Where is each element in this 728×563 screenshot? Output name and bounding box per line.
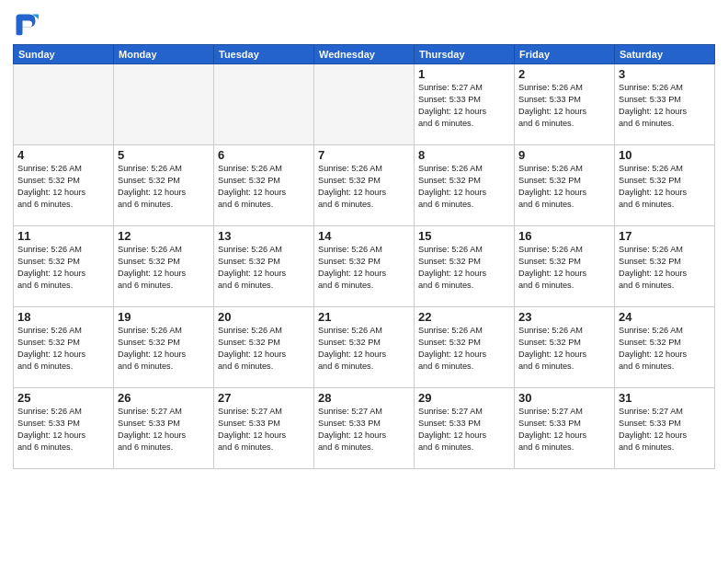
calendar-day-cell: 3Sunrise: 5:26 AM Sunset: 5:33 PM Daylig…	[615, 64, 715, 145]
calendar-day-cell: 24Sunrise: 5:26 AM Sunset: 5:32 PM Dayli…	[615, 307, 715, 388]
day-info: Sunrise: 5:26 AM Sunset: 5:32 PM Dayligh…	[118, 325, 210, 373]
day-number: 27	[218, 391, 310, 405]
day-number: 18	[17, 310, 109, 324]
day-info: Sunrise: 5:26 AM Sunset: 5:32 PM Dayligh…	[619, 163, 711, 211]
calendar-page: SundayMondayTuesdayWednesdayThursdayFrid…	[0, 0, 728, 563]
calendar-day-cell: 12Sunrise: 5:26 AM Sunset: 5:32 PM Dayli…	[114, 226, 214, 307]
day-number: 9	[518, 148, 610, 162]
day-number: 15	[418, 229, 510, 243]
calendar-day-cell: 16Sunrise: 5:26 AM Sunset: 5:32 PM Dayli…	[515, 226, 615, 307]
day-number: 2	[518, 67, 610, 81]
day-number: 30	[518, 391, 610, 405]
day-number: 8	[418, 148, 510, 162]
weekday-header-row: SundayMondayTuesdayWednesdayThursdayFrid…	[14, 45, 715, 64]
day-info: Sunrise: 5:26 AM Sunset: 5:32 PM Dayligh…	[518, 244, 610, 292]
calendar-day-cell: 25Sunrise: 5:26 AM Sunset: 5:33 PM Dayli…	[14, 388, 114, 469]
weekday-header-monday: Monday	[114, 45, 214, 64]
weekday-header-tuesday: Tuesday	[214, 45, 314, 64]
day-info: Sunrise: 5:26 AM Sunset: 5:32 PM Dayligh…	[17, 244, 109, 292]
calendar-day-cell: 15Sunrise: 5:26 AM Sunset: 5:32 PM Dayli…	[415, 226, 515, 307]
calendar-day-cell: 27Sunrise: 5:27 AM Sunset: 5:33 PM Dayli…	[214, 388, 314, 469]
calendar-week-row: 1Sunrise: 5:27 AM Sunset: 5:33 PM Daylig…	[14, 64, 715, 145]
day-number: 23	[518, 310, 610, 324]
day-info: Sunrise: 5:26 AM Sunset: 5:32 PM Dayligh…	[418, 325, 510, 373]
calendar-day-cell: 28Sunrise: 5:27 AM Sunset: 5:33 PM Dayli…	[314, 388, 415, 469]
day-number: 31	[619, 391, 711, 405]
day-number: 13	[218, 229, 310, 243]
day-number: 20	[218, 310, 310, 324]
calendar-day-cell: 23Sunrise: 5:26 AM Sunset: 5:32 PM Dayli…	[515, 307, 615, 388]
calendar-week-row: 25Sunrise: 5:26 AM Sunset: 5:33 PM Dayli…	[14, 388, 715, 469]
day-number: 11	[17, 229, 109, 243]
day-number: 5	[118, 148, 210, 162]
day-number: 16	[518, 229, 610, 243]
day-number: 17	[619, 229, 711, 243]
day-info: Sunrise: 5:27 AM Sunset: 5:33 PM Dayligh…	[518, 406, 610, 454]
calendar-day-cell: 11Sunrise: 5:26 AM Sunset: 5:32 PM Dayli…	[14, 226, 114, 307]
calendar-day-cell: 6Sunrise: 5:26 AM Sunset: 5:32 PM Daylig…	[214, 145, 314, 226]
calendar-day-cell: 18Sunrise: 5:26 AM Sunset: 5:32 PM Dayli…	[14, 307, 114, 388]
day-number: 19	[118, 310, 210, 324]
day-number: 4	[17, 148, 109, 162]
day-number: 21	[318, 310, 410, 324]
calendar-day-cell: 19Sunrise: 5:26 AM Sunset: 5:32 PM Dayli…	[114, 307, 214, 388]
calendar-day-cell: 21Sunrise: 5:26 AM Sunset: 5:32 PM Dayli…	[314, 307, 415, 388]
calendar-day-cell: 30Sunrise: 5:27 AM Sunset: 5:33 PM Dayli…	[515, 388, 615, 469]
day-number: 10	[619, 148, 711, 162]
weekday-header-wednesday: Wednesday	[314, 45, 415, 64]
calendar-week-row: 4Sunrise: 5:26 AM Sunset: 5:32 PM Daylig…	[14, 145, 715, 226]
day-info: Sunrise: 5:26 AM Sunset: 5:33 PM Dayligh…	[619, 82, 711, 130]
calendar-day-cell: 1Sunrise: 5:27 AM Sunset: 5:33 PM Daylig…	[415, 64, 515, 145]
day-info: Sunrise: 5:26 AM Sunset: 5:32 PM Dayligh…	[17, 325, 109, 373]
day-number: 7	[318, 148, 410, 162]
day-info: Sunrise: 5:26 AM Sunset: 5:32 PM Dayligh…	[418, 163, 510, 211]
calendar-day-cell: 9Sunrise: 5:26 AM Sunset: 5:32 PM Daylig…	[515, 145, 615, 226]
page-header	[13, 11, 715, 37]
day-info: Sunrise: 5:26 AM Sunset: 5:32 PM Dayligh…	[118, 244, 210, 292]
calendar-day-cell: 5Sunrise: 5:26 AM Sunset: 5:32 PM Daylig…	[114, 145, 214, 226]
calendar-day-cell: 7Sunrise: 5:26 AM Sunset: 5:32 PM Daylig…	[314, 145, 415, 226]
day-info: Sunrise: 5:26 AM Sunset: 5:32 PM Dayligh…	[418, 244, 510, 292]
logo-icon	[13, 11, 39, 37]
day-info: Sunrise: 5:27 AM Sunset: 5:33 PM Dayligh…	[118, 406, 210, 454]
logo	[13, 11, 42, 37]
calendar-day-cell: 4Sunrise: 5:26 AM Sunset: 5:32 PM Daylig…	[14, 145, 114, 226]
calendar-week-row: 18Sunrise: 5:26 AM Sunset: 5:32 PM Dayli…	[14, 307, 715, 388]
day-info: Sunrise: 5:26 AM Sunset: 5:33 PM Dayligh…	[17, 406, 109, 454]
day-number: 29	[418, 391, 510, 405]
calendar-day-cell: 26Sunrise: 5:27 AM Sunset: 5:33 PM Dayli…	[114, 388, 214, 469]
calendar-day-cell: 8Sunrise: 5:26 AM Sunset: 5:32 PM Daylig…	[415, 145, 515, 226]
day-info: Sunrise: 5:27 AM Sunset: 5:33 PM Dayligh…	[318, 406, 410, 454]
day-number: 25	[17, 391, 109, 405]
day-info: Sunrise: 5:27 AM Sunset: 5:33 PM Dayligh…	[418, 82, 510, 130]
day-info: Sunrise: 5:26 AM Sunset: 5:32 PM Dayligh…	[619, 244, 711, 292]
day-number: 26	[118, 391, 210, 405]
calendar-header: SundayMondayTuesdayWednesdayThursdayFrid…	[14, 45, 715, 64]
calendar-day-cell: 13Sunrise: 5:26 AM Sunset: 5:32 PM Dayli…	[214, 226, 314, 307]
calendar-day-cell: 14Sunrise: 5:26 AM Sunset: 5:32 PM Dayli…	[314, 226, 415, 307]
day-info: Sunrise: 5:26 AM Sunset: 5:32 PM Dayligh…	[619, 325, 711, 373]
day-info: Sunrise: 5:26 AM Sunset: 5:32 PM Dayligh…	[318, 244, 410, 292]
weekday-header-friday: Friday	[515, 45, 615, 64]
day-number: 14	[318, 229, 410, 243]
day-info: Sunrise: 5:26 AM Sunset: 5:32 PM Dayligh…	[318, 325, 410, 373]
day-info: Sunrise: 5:27 AM Sunset: 5:33 PM Dayligh…	[418, 406, 510, 454]
day-info: Sunrise: 5:26 AM Sunset: 5:33 PM Dayligh…	[518, 82, 610, 130]
day-info: Sunrise: 5:27 AM Sunset: 5:33 PM Dayligh…	[218, 406, 310, 454]
weekday-header-thursday: Thursday	[415, 45, 515, 64]
day-number: 6	[218, 148, 310, 162]
calendar-day-cell	[14, 64, 114, 145]
day-info: Sunrise: 5:26 AM Sunset: 5:32 PM Dayligh…	[518, 163, 610, 211]
day-number: 24	[619, 310, 711, 324]
calendar-day-cell: 2Sunrise: 5:26 AM Sunset: 5:33 PM Daylig…	[515, 64, 615, 145]
day-number: 22	[418, 310, 510, 324]
day-info: Sunrise: 5:26 AM Sunset: 5:32 PM Dayligh…	[518, 325, 610, 373]
day-info: Sunrise: 5:26 AM Sunset: 5:32 PM Dayligh…	[118, 163, 210, 211]
calendar-day-cell: 31Sunrise: 5:27 AM Sunset: 5:33 PM Dayli…	[615, 388, 715, 469]
weekday-header-sunday: Sunday	[14, 45, 114, 64]
day-number: 28	[318, 391, 410, 405]
day-info: Sunrise: 5:26 AM Sunset: 5:32 PM Dayligh…	[218, 244, 310, 292]
calendar-day-cell	[314, 64, 415, 145]
day-info: Sunrise: 5:26 AM Sunset: 5:32 PM Dayligh…	[17, 163, 109, 211]
calendar-day-cell: 17Sunrise: 5:26 AM Sunset: 5:32 PM Dayli…	[615, 226, 715, 307]
